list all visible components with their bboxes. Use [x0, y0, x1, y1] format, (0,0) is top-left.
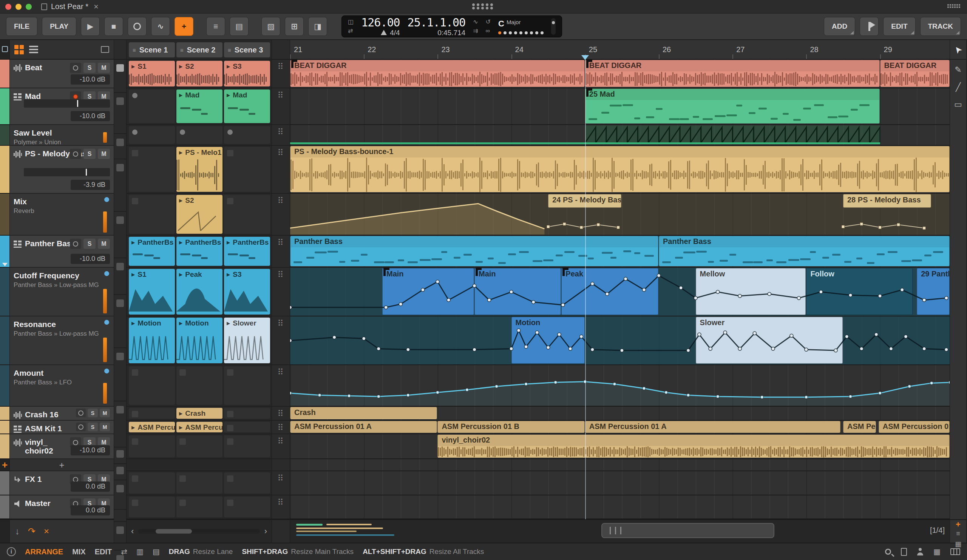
- saw-automation-region[interactable]: [585, 125, 880, 144]
- record-arm-button[interactable]: [70, 149, 81, 159]
- track-stop-button[interactable]: [116, 450, 124, 458]
- lane-handle-fx1[interactable]: ⠿: [272, 471, 290, 496]
- mute-button[interactable]: M: [98, 63, 110, 73]
- arranger-clip[interactable]: Panther Bass: [290, 236, 658, 266]
- record-button[interactable]: [128, 17, 147, 36]
- arranger-clip[interactable]: Crash: [290, 407, 437, 419]
- launcher-cell[interactable]: ▶Motion: [129, 318, 175, 363]
- param-fader[interactable]: [103, 338, 107, 362]
- launcher-cell[interactable]: [224, 195, 270, 234]
- automation-region[interactable]: Main: [474, 268, 561, 315]
- follow-playhead-icon[interactable]: ⇉: [473, 28, 478, 34]
- arranger-clip[interactable]: Panther Bass: [659, 236, 950, 266]
- launcher-clip[interactable]: ▶PantherBs: [177, 237, 223, 266]
- volume-value[interactable]: -10.0 dB: [71, 445, 110, 455]
- track-button[interactable]: TRACK: [920, 17, 961, 36]
- stop-button[interactable]: ■: [104, 17, 123, 36]
- punch-button[interactable]: [860, 17, 879, 36]
- track-color-addrow[interactable]: +: [0, 459, 10, 471]
- track-color-mix[interactable]: [0, 194, 10, 236]
- launcher-cell[interactable]: [129, 366, 175, 405]
- automation-curve[interactable]: [290, 316, 950, 364]
- track-stop-button[interactable]: [116, 138, 124, 146]
- launcher-cell[interactable]: ▶S3: [224, 269, 270, 315]
- track-header-mix[interactable]: MixReverb: [10, 194, 114, 236]
- launcher-cell[interactable]: [224, 126, 270, 144]
- launcher-cell[interactable]: ▶Slower: [224, 318, 270, 363]
- arranger-lane-asmkit[interactable]: ASM Percussion 01 AASM Percussion 01 BAS…: [290, 421, 950, 434]
- track-color-resonance[interactable]: [0, 316, 10, 365]
- track-stop-button[interactable]: [116, 485, 124, 492]
- display-fader[interactable]: [551, 18, 556, 35]
- lane-handle-sawlevel[interactable]: ⠿: [272, 125, 290, 146]
- arranger-clip[interactable]: ASM Percussion 01 A: [585, 421, 840, 433]
- tap-tempo-icon[interactable]: ⇄: [348, 28, 353, 34]
- overview-scrollbar-thumb[interactable]: [601, 523, 774, 538]
- play-button[interactable]: ▶: [81, 17, 100, 36]
- volume-value[interactable]: -10.0 dB: [71, 74, 110, 85]
- lane-handle-vinyl[interactable]: ⠿: [272, 434, 290, 459]
- lane-handle-psmelody[interactable]: ⠿: [272, 146, 290, 194]
- window-zoom-light[interactable]: [26, 4, 32, 10]
- track-header-resonance[interactable]: ResonancePanther Bass » Low-pass MG: [10, 316, 114, 365]
- lane-handle-mad[interactable]: ⠿: [272, 88, 290, 125]
- scene-header-3[interactable]: ≡Scene 3: [224, 42, 270, 58]
- launcher-cell[interactable]: [129, 147, 175, 192]
- launcher-cell[interactable]: [224, 408, 270, 419]
- file-icon[interactable]: [901, 548, 907, 556]
- knife-tool-icon[interactable]: ╱: [955, 82, 960, 92]
- info-icon[interactable]: i: [7, 547, 16, 556]
- collapse-all-icon[interactable]: [2, 46, 8, 52]
- track-header-asmkit[interactable]: ASM Kit 1SM: [10, 421, 114, 434]
- key-display[interactable]: CMajor: [498, 19, 544, 35]
- launcher-cell[interactable]: [129, 89, 175, 123]
- launcher-cell[interactable]: [129, 126, 175, 144]
- launcher-view-icon[interactable]: [14, 45, 24, 54]
- track-color-asmkit[interactable]: [0, 421, 10, 434]
- swap-view-icon[interactable]: ⇄: [121, 547, 127, 556]
- group-expander-icon[interactable]: [2, 263, 8, 266]
- loop-icon[interactable]: ↺: [486, 19, 491, 25]
- metronome-icon[interactable]: [381, 30, 387, 35]
- lane-handle-addrow[interactable]: [272, 459, 290, 471]
- panel-split-button[interactable]: ◨: [308, 17, 327, 36]
- automation-region[interactable]: Slower: [696, 317, 843, 364]
- launcher-scroll-right[interactable]: ›: [264, 526, 267, 536]
- time-signature-display[interactable]: 4/4: [390, 29, 399, 36]
- panel-browser-button[interactable]: ▧: [261, 17, 280, 36]
- launcher-clip[interactable]: ▶Mad: [177, 89, 223, 123]
- volume-value[interactable]: -10.0 dB: [71, 111, 110, 121]
- record-arm-button[interactable]: [76, 408, 86, 417]
- track-stop-button[interactable]: [116, 353, 124, 360]
- track-color-sawlevel[interactable]: [0, 125, 10, 146]
- scene-header-1[interactable]: ≡Scene 1: [129, 42, 175, 58]
- infinity-icon[interactable]: ∞: [486, 28, 491, 34]
- launcher-scroll-left[interactable]: ‹: [131, 526, 134, 536]
- launcher-cell[interactable]: ▶ASM Percu: [129, 422, 175, 432]
- track-stop-button[interactable]: [116, 164, 124, 171]
- automation-follow-icon[interactable]: ∿: [473, 19, 478, 25]
- solo-button[interactable]: S: [84, 239, 96, 249]
- automation-region[interactable]: Mellow: [696, 268, 806, 315]
- launcher-clip[interactable]: ▶S2: [177, 195, 223, 234]
- param-fader[interactable]: [103, 383, 107, 404]
- launcher-cell[interactable]: [224, 366, 270, 405]
- launcher-clip[interactable]: ▶Motion: [129, 318, 175, 363]
- track-list-icon[interactable]: [29, 46, 38, 53]
- track-color-cutoff[interactable]: [0, 268, 10, 316]
- playhead-marker[interactable]: [581, 55, 589, 60]
- launcher-cell[interactable]: ▶S1: [129, 61, 175, 86]
- track-header-beat[interactable]: BeatSM-10.0 dB: [10, 60, 114, 88]
- window-close-light[interactable]: [5, 4, 12, 10]
- clear-icon[interactable]: ×: [44, 526, 49, 537]
- arranger-lane-vinyl[interactable]: vinyl_choir02: [290, 434, 950, 459]
- track-color-fx1[interactable]: [0, 471, 10, 496]
- status-tab-mix[interactable]: MIX: [72, 548, 86, 556]
- param-fader[interactable]: [103, 132, 107, 143]
- piano-icon[interactable]: [950, 548, 960, 555]
- track-header-master[interactable]: MasterSM0.0 dB: [10, 496, 114, 519]
- status-tab-edit[interactable]: EDIT: [95, 548, 112, 556]
- volume-value[interactable]: -3.9 dB: [71, 180, 110, 190]
- lane-handle-asmkit[interactable]: ⠿: [272, 421, 290, 434]
- solo-button[interactable]: S: [84, 63, 96, 73]
